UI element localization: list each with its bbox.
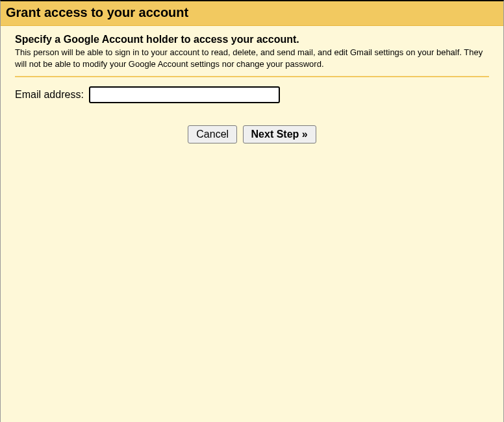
dialog-header: Grant access to your account <box>1 1 503 26</box>
intro-subtitle: Specify a Google Account holder to acces… <box>15 34 489 45</box>
email-label: Email address: <box>15 89 84 101</box>
email-input[interactable] <box>89 86 280 103</box>
email-form-row: Email address: <box>15 86 489 103</box>
divider <box>15 76 489 77</box>
dialog-container: Grant access to your account Specify a G… <box>0 0 504 422</box>
next-step-button[interactable]: Next Step » <box>243 125 316 143</box>
cancel-button[interactable]: Cancel <box>188 125 237 143</box>
dialog-content: Specify a Google Account holder to acces… <box>1 26 503 422</box>
dialog-title: Grant access to your account <box>6 5 498 20</box>
intro-description: This person will be able to sign in to y… <box>15 47 489 69</box>
button-row: Cancel Next Step » <box>15 125 489 143</box>
